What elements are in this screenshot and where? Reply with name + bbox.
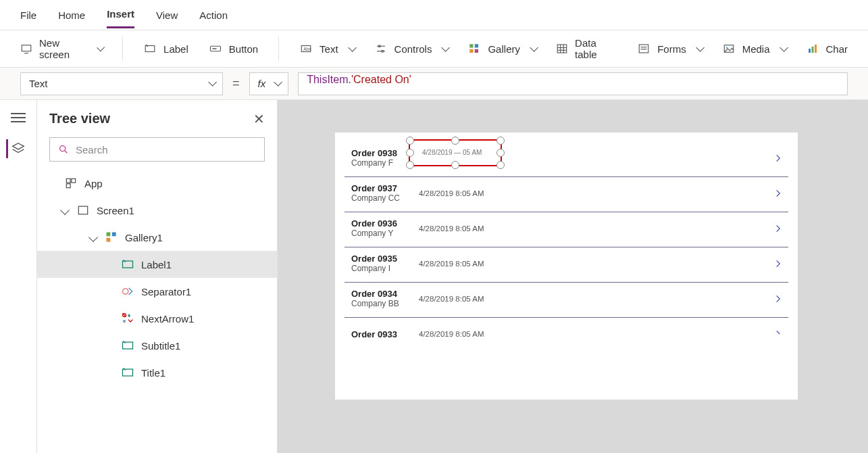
tree-view-rail-button[interactable]	[10, 142, 26, 156]
tree-node-screen1[interactable]: Screen1	[37, 197, 277, 224]
label-icon	[121, 339, 134, 352]
svg-rect-12	[475, 44, 478, 47]
svg-rect-36	[107, 238, 111, 242]
layers-icon	[11, 141, 26, 156]
app-icon	[64, 176, 78, 190]
next-arrow[interactable]	[773, 153, 783, 166]
selected-label1[interactable]: 4/28/2019 — 05 AM	[409, 139, 502, 166]
close-icon[interactable]: ✕	[253, 111, 265, 127]
formula-input[interactable]: ThisItem.'Created On'	[298, 72, 848, 95]
equals-sign: =	[232, 76, 240, 91]
tree-node-subtitle1[interactable]: Subtitle1	[37, 332, 277, 359]
ribbon: New screen Label Button Abc Text Control…	[0, 30, 868, 68]
chevron-down-icon	[348, 43, 357, 52]
svg-rect-11	[470, 44, 474, 47]
gallery-row[interactable]: Order 0936 Company Y 4/28/2019 8:05 AM	[344, 212, 788, 247]
row-title: Order 0937	[351, 183, 419, 193]
forms-button[interactable]: Forms	[637, 42, 702, 55]
row-date: 4/28/2019 8:05 AM	[419, 330, 484, 338]
property-dropdown[interactable]: Text	[20, 72, 223, 95]
formula-token-prop: 'Created On'	[351, 74, 411, 85]
data-table-button[interactable]: Data table	[556, 37, 617, 60]
label-button[interactable]: Label	[143, 42, 188, 55]
menu-view[interactable]: View	[156, 3, 178, 28]
next-arrow[interactable]	[773, 189, 783, 201]
table-icon	[556, 42, 568, 55]
hamburger-icon	[11, 113, 26, 122]
tree: App Screen1 Gallery1 Label1 Separator1	[37, 170, 277, 453]
hamburger-button[interactable]	[10, 111, 26, 124]
row-date: 4/28/2019 8:05 AM	[419, 295, 484, 303]
svg-rect-30	[66, 178, 70, 183]
separator	[122, 37, 123, 61]
tree-title: Tree view	[49, 111, 110, 126]
next-arrow[interactable]	[773, 224, 783, 236]
nextarrow-icon	[121, 312, 134, 325]
selection-handles[interactable]	[410, 141, 501, 165]
tree-node-title1[interactable]: Title1	[37, 359, 277, 386]
chart-icon	[806, 42, 819, 55]
gallery-row[interactable]: Order 0934 Company BB 4/28/2019 8:05 AM	[344, 283, 788, 318]
label-icon	[143, 42, 157, 55]
button-button[interactable]: Button	[209, 42, 258, 55]
controls-button[interactable]: Controls	[374, 42, 448, 55]
svg-rect-37	[123, 261, 133, 268]
canvas[interactable]: Order 0938 Company F 4/28/2019 — 05 AM	[278, 100, 868, 453]
media-btn-label: Media	[742, 43, 770, 55]
button-btn-label: Button	[229, 43, 258, 55]
gallery-icon	[105, 231, 118, 244]
gallery-row[interactable]: Order 0938 Company F 4/28/2019 — 05 AM	[344, 142, 788, 177]
svg-rect-25	[809, 49, 811, 53]
formula-bar: Text = fx ThisItem.'Created On'	[0, 68, 868, 100]
gallery-row[interactable]: Order 0935 Company I 4/28/2019 8:05 AM	[344, 247, 788, 283]
main-area: Tree view ✕ App Screen1 Galle	[0, 100, 868, 453]
fx-button[interactable]: fx	[249, 72, 289, 95]
search-input[interactable]	[76, 144, 256, 156]
button-icon	[209, 42, 222, 55]
chevron-down-icon	[780, 43, 788, 52]
svg-rect-32	[66, 184, 70, 188]
svg-rect-31	[72, 178, 76, 183]
tree-node-gallery1[interactable]: Gallery1	[37, 224, 277, 251]
tree-node-nextarrow1[interactable]: NextArrow1	[37, 305, 277, 332]
chevron-down-icon	[208, 78, 217, 87]
expand-icon[interactable]	[88, 233, 98, 242]
menu-file[interactable]: File	[20, 3, 36, 28]
new-screen-button[interactable]: New screen	[20, 37, 102, 60]
next-arrow[interactable]	[773, 329, 783, 341]
tree-header: Tree view ✕	[37, 100, 277, 137]
device-frame[interactable]: Order 0938 Company F 4/28/2019 — 05 AM	[335, 133, 798, 400]
svg-rect-0	[22, 45, 31, 51]
tree-node-label: Separator1	[141, 286, 191, 297]
menu-home[interactable]: Home	[58, 3, 85, 28]
gallery-button[interactable]: Gallery	[467, 42, 536, 55]
menu-action[interactable]: Action	[199, 3, 228, 28]
gallery-row[interactable]: Order 0933 4/28/2019 8:05 AM	[344, 318, 788, 353]
label-icon	[121, 258, 134, 271]
svg-rect-33	[78, 206, 87, 214]
row-title: Order 0935	[351, 254, 419, 264]
chart-button[interactable]: Char	[806, 42, 848, 55]
media-button[interactable]: Media	[722, 42, 786, 55]
forms-icon	[637, 42, 650, 55]
tree-node-separator1[interactable]: Separator1	[37, 278, 277, 305]
expand-icon[interactable]	[60, 206, 70, 215]
forms-btn-label: Forms	[657, 43, 686, 55]
text-btn-label: Text	[320, 43, 338, 55]
tree-panel: Tree view ✕ App Screen1 Galle	[37, 100, 278, 453]
svg-rect-26	[811, 47, 813, 53]
svg-point-24	[726, 47, 727, 48]
search-box[interactable]	[49, 137, 265, 162]
svg-rect-42	[123, 369, 133, 376]
tree-node-label1[interactable]: Label1	[37, 251, 277, 278]
gallery-row[interactable]: Order 0937 Company CC 4/28/2019 8:05 AM	[344, 177, 788, 212]
text-button[interactable]: Abc Text	[299, 42, 354, 55]
next-arrow[interactable]	[773, 294, 783, 306]
tree-node-app[interactable]: App	[37, 170, 277, 197]
chevron-down-icon	[442, 43, 451, 52]
menu-insert[interactable]: Insert	[107, 1, 134, 28]
gallery-control[interactable]: Order 0938 Company F 4/28/2019 — 05 AM	[335, 133, 798, 362]
next-arrow[interactable]	[773, 259, 783, 271]
gallery-btn-label: Gallery	[488, 43, 520, 55]
chart-btn-label: Char	[826, 43, 848, 55]
